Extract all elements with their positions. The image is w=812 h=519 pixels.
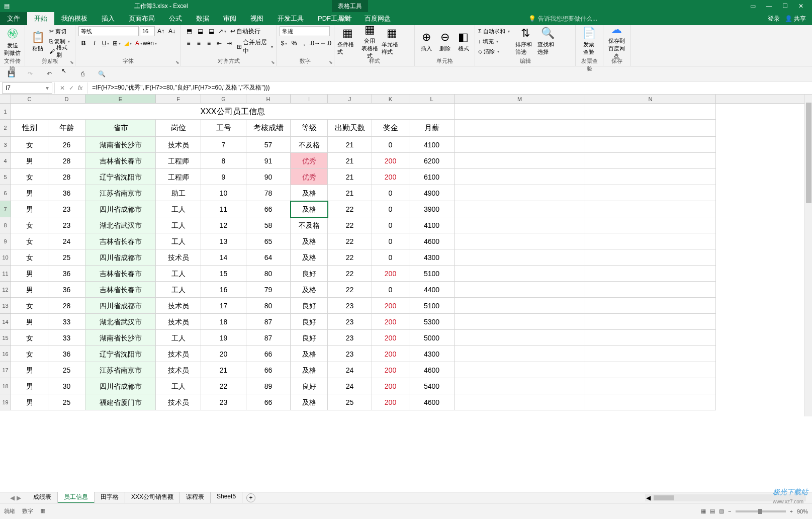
- sheet-tab[interactable]: XXX公司销售额: [125, 492, 180, 503]
- data-cell[interactable]: 3900: [409, 201, 455, 217]
- data-cell[interactable]: 女: [11, 137, 48, 153]
- data-cell[interactable]: 66: [246, 362, 291, 378]
- data-cell[interactable]: 技术员: [156, 298, 201, 314]
- data-cell[interactable]: 200: [372, 346, 409, 362]
- table-header-cell[interactable]: 等级: [291, 120, 328, 137]
- data-cell[interactable]: 工人: [156, 201, 201, 217]
- data-cell[interactable]: 23: [201, 394, 246, 410]
- data-cell[interactable]: 技术员: [156, 346, 201, 362]
- data-cell[interactable]: 20: [201, 346, 246, 362]
- data-cell[interactable]: 21: [328, 169, 372, 185]
- row-header-1[interactable]: 1: [0, 104, 11, 120]
- empty-cell[interactable]: [585, 298, 716, 314]
- merge-center-button[interactable]: ⊞合并后居中: [237, 38, 273, 55]
- data-cell[interactable]: 28: [48, 169, 85, 185]
- orientation-icon[interactable]: ↗: [217, 26, 227, 36]
- empty-cell[interactable]: [585, 233, 716, 249]
- data-cell[interactable]: 男: [11, 314, 48, 330]
- data-cell[interactable]: 21: [201, 362, 246, 378]
- empty-cell[interactable]: [455, 346, 585, 362]
- data-cell[interactable]: 28: [48, 153, 85, 169]
- data-cell[interactable]: 男: [11, 201, 48, 217]
- col-header-E[interactable]: E: [85, 95, 156, 103]
- tab-pagelayout[interactable]: 页面布局: [122, 12, 162, 25]
- data-cell[interactable]: 5400: [409, 378, 455, 394]
- data-cell[interactable]: 24: [328, 378, 372, 394]
- data-cell[interactable]: 工程师: [156, 153, 201, 169]
- data-cell[interactable]: 33: [48, 330, 85, 346]
- view-page-icon[interactable]: ▤: [710, 508, 715, 514]
- data-cell[interactable]: 工人: [156, 266, 201, 282]
- data-cell[interactable]: 23: [328, 314, 372, 330]
- data-cell[interactable]: 21: [328, 153, 372, 169]
- tab-formulas[interactable]: 公式: [162, 12, 189, 25]
- data-cell[interactable]: 23: [328, 330, 372, 346]
- maximize-icon[interactable]: ☐: [778, 3, 792, 10]
- row-header-13[interactable]: 13: [0, 298, 11, 314]
- col-header-F[interactable]: F: [156, 95, 201, 103]
- table-header-cell[interactable]: 工号: [201, 120, 246, 137]
- data-cell[interactable]: 良好: [291, 330, 328, 346]
- data-cell[interactable]: 9: [201, 169, 246, 185]
- align-left-icon[interactable]: ≡: [184, 38, 193, 48]
- data-cell[interactable]: 工人: [156, 378, 201, 394]
- sheet-tab[interactable]: 课程表: [180, 492, 211, 503]
- data-cell[interactable]: 22: [328, 282, 372, 298]
- empty-cell[interactable]: [585, 314, 716, 330]
- invoice-check-button[interactable]: 📄发票 查验: [579, 26, 599, 56]
- empty-cell[interactable]: [455, 201, 585, 217]
- empty-cell[interactable]: [455, 153, 585, 169]
- conditional-format-button[interactable]: ▦条件格式: [337, 26, 357, 56]
- fx-icon[interactable]: fx: [78, 84, 82, 92]
- data-cell[interactable]: 87: [246, 330, 291, 346]
- data-cell[interactable]: 良好: [291, 314, 328, 330]
- border-button[interactable]: ⊞: [112, 38, 122, 48]
- data-cell[interactable]: 5300: [409, 314, 455, 330]
- font-expand-icon[interactable]: ⬊: [175, 60, 179, 65]
- empty-cell[interactable]: [585, 266, 716, 282]
- data-cell[interactable]: 良好: [291, 378, 328, 394]
- confirm-formula-icon[interactable]: ✓: [69, 84, 74, 92]
- data-cell[interactable]: 女: [11, 330, 48, 346]
- data-cell[interactable]: 及格: [291, 282, 328, 298]
- data-cell[interactable]: 13: [201, 233, 246, 249]
- send-to-wechat-button[interactable]: ㊙发送 到微信: [3, 26, 22, 56]
- clear-button[interactable]: ◇清除: [478, 47, 513, 56]
- data-cell[interactable]: 26: [48, 137, 85, 153]
- row-header-11[interactable]: 11: [0, 266, 11, 282]
- increase-font-icon[interactable]: A↑: [156, 26, 166, 36]
- empty-cell[interactable]: [585, 282, 716, 298]
- align-middle-icon[interactable]: ⬓: [195, 26, 205, 36]
- data-cell[interactable]: 200: [372, 298, 409, 314]
- alignment-expand-icon[interactable]: ⬊: [271, 60, 275, 65]
- data-cell[interactable]: 良好: [291, 266, 328, 282]
- data-cell[interactable]: 及格: [291, 233, 328, 249]
- hscroll-thumb[interactable]: [654, 495, 674, 500]
- scrollbar-thumb[interactable]: [806, 103, 811, 203]
- bold-button[interactable]: B: [78, 38, 88, 48]
- data-cell[interactable]: 女: [11, 233, 48, 249]
- data-cell[interactable]: 4100: [409, 217, 455, 233]
- minimize-icon[interactable]: —: [762, 3, 776, 10]
- tab-developer[interactable]: 开发工具: [270, 12, 311, 25]
- data-cell[interactable]: 6100: [409, 169, 455, 185]
- sheet-tab[interactable]: 成绩表: [27, 492, 58, 503]
- empty-cell[interactable]: [585, 362, 716, 378]
- row-header-8[interactable]: 8: [0, 217, 11, 233]
- empty-cell[interactable]: [455, 394, 585, 410]
- italic-button[interactable]: I: [89, 38, 100, 48]
- data-cell[interactable]: 6200: [409, 153, 455, 169]
- data-cell[interactable]: 8: [201, 153, 246, 169]
- data-cell[interactable]: 男: [11, 185, 48, 201]
- data-cell[interactable]: 25: [48, 249, 85, 266]
- select-all-corner[interactable]: [0, 95, 11, 103]
- data-cell[interactable]: 17: [201, 298, 246, 314]
- empty-cell[interactable]: [585, 153, 716, 169]
- data-cell[interactable]: 及格: [291, 362, 328, 378]
- row-header-18[interactable]: 18: [0, 378, 11, 394]
- vertical-scrollbar[interactable]: [804, 95, 812, 416]
- empty-cell[interactable]: [455, 266, 585, 282]
- data-cell[interactable]: 7: [201, 137, 246, 153]
- data-cell[interactable]: 21: [328, 185, 372, 201]
- data-cell[interactable]: 4600: [409, 233, 455, 249]
